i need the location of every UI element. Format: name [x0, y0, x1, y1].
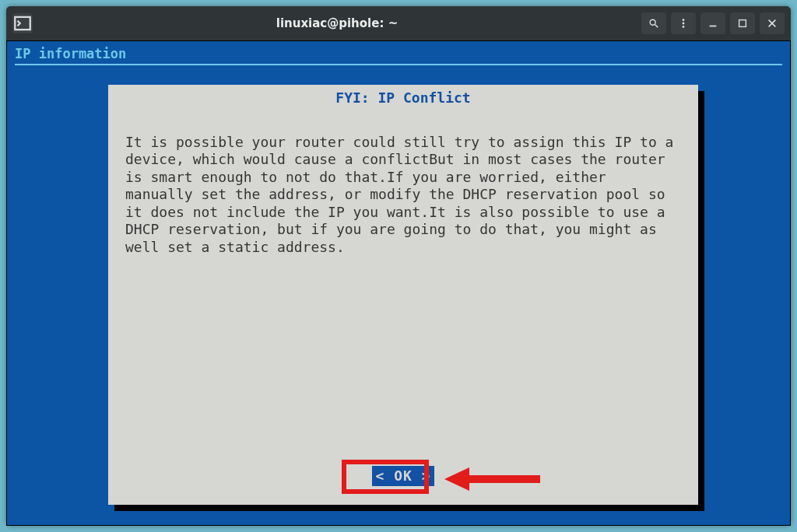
svg-point-1: [650, 19, 655, 25]
minimize-button[interactable]: [700, 12, 725, 34]
dialog-title: FYI: IP Conflict: [108, 85, 698, 107]
menu-button[interactable]: [671, 12, 696, 34]
svg-line-2: [655, 25, 658, 28]
svg-rect-7: [739, 20, 746, 27]
svg-point-5: [683, 26, 685, 28]
svg-point-3: [683, 19, 685, 21]
window-title: linuxiac@pihole: ~: [37, 16, 637, 30]
section-title: IP information: [7, 41, 790, 64]
whiptail-dialog: FYI: IP Conflict It is possible your rou…: [108, 85, 698, 505]
terminal-area[interactable]: IP information FYI: IP Conflict It is po…: [6, 40, 791, 526]
maximize-button[interactable]: [730, 12, 755, 34]
svg-rect-0: [15, 17, 30, 30]
svg-point-4: [683, 23, 685, 25]
app-icon: [12, 13, 33, 33]
search-button[interactable]: [641, 12, 666, 34]
svg-rect-6: [710, 26, 717, 27]
dialog-footer: < OK >: [108, 466, 698, 487]
window-titlebar: linuxiac@pihole: ~: [6, 6, 791, 40]
terminal-window: linuxiac@pihole: ~ IP information: [6, 6, 791, 526]
ok-button[interactable]: < OK >: [372, 466, 434, 487]
dialog-body: It is possible your router could still t…: [108, 107, 698, 257]
close-button[interactable]: [760, 12, 785, 34]
section-divider: [15, 64, 782, 65]
